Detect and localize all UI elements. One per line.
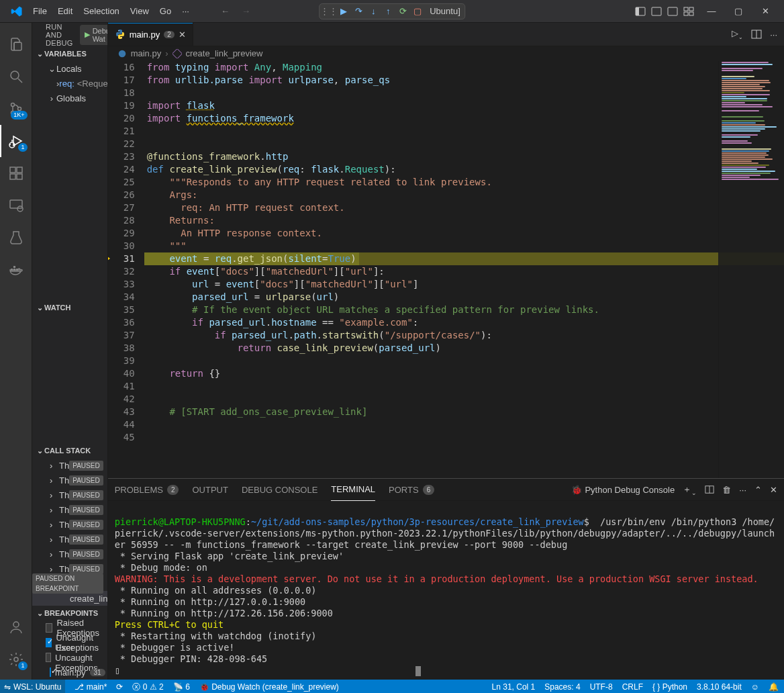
status-problems[interactable]: ⓧ 0 ⚠ 2 <box>132 682 163 693</box>
activity-remote-icon[interactable] <box>0 189 32 222</box>
activity-extensions-icon[interactable] <box>0 157 32 189</box>
checkbox[interactable] <box>46 653 51 662</box>
status-remote[interactable]: ⇋WSL: Ubuntu <box>0 680 65 693</box>
debug-continue-icon[interactable]: ▶ <box>338 6 349 17</box>
kill-terminal-icon[interactable]: 🗑 <box>722 485 731 495</box>
menu-view[interactable]: View <box>126 3 154 19</box>
window-controls: — ▢ ✕ <box>698 0 779 23</box>
debug-drag-icon[interactable]: ⋮⋮ <box>324 6 334 17</box>
status-spaces[interactable]: Spaces: 4 <box>544 682 580 692</box>
thread-row[interactable]: ›Thread-16PAUSED <box>32 547 107 561</box>
layout-panel-icon[interactable] <box>651 6 662 17</box>
panel-more-icon[interactable]: ··· <box>739 485 746 495</box>
section-variables[interactable]: ⌄VARIABLES <box>32 46 107 61</box>
breadcrumb-func[interactable]: create_link_preview <box>186 48 263 58</box>
tab-terminal[interactable]: TERMINAL <box>331 479 375 501</box>
checkbox[interactable] <box>46 623 52 633</box>
breadcrumb[interactable]: main.py › create_link_preview <box>108 46 784 61</box>
status-sync[interactable]: ⟳ <box>116 682 123 692</box>
chevron-right-icon: › <box>165 48 168 58</box>
activity-explorer-icon[interactable] <box>0 28 32 60</box>
thread-row[interactable]: ›Thread-12PAUSED <box>32 517 107 532</box>
tab-problems[interactable]: PROBLEMS2 <box>115 479 179 501</box>
checkbox[interactable] <box>50 667 51 677</box>
nav-forward-icon[interactable]: → <box>242 6 250 16</box>
window-close-icon[interactable]: ✕ <box>752 0 779 23</box>
activity-source-control-icon[interactable]: 1K+ <box>0 93 32 125</box>
debug-step-over-icon[interactable]: ↷ <box>353 6 364 17</box>
window-maximize-icon[interactable]: ▢ <box>725 0 752 23</box>
checkbox[interactable] <box>46 638 52 647</box>
debug-config-select[interactable]: ▶ Debug Wat ⌄ <box>80 25 108 45</box>
status-eol[interactable]: CRLF <box>622 682 643 692</box>
menu-go[interactable]: Go <box>155 3 176 19</box>
debug-step-into-icon[interactable]: ↓ <box>368 6 379 17</box>
activity-testing-icon[interactable] <box>0 222 32 254</box>
status-lncol[interactable]: Ln 31, Col 1 <box>492 682 536 692</box>
start-debug-icon[interactable]: ▶ <box>85 30 90 39</box>
panel-tabs: PROBLEMS2 OUTPUT DEBUG CONSOLE TERMINAL … <box>108 479 784 501</box>
debug-stop-icon[interactable]: ▢ <box>412 6 423 17</box>
split-editor-icon[interactable] <box>751 29 762 40</box>
thread-row[interactable]: ›Thread-11PAUSED <box>32 473 107 488</box>
status-language[interactable]: { } Python <box>652 682 687 692</box>
window-minimize-icon[interactable]: — <box>698 0 725 23</box>
thread-row[interactable]: ›Thread-8PAUSED <box>32 458 107 473</box>
nav-back-icon[interactable]: ← <box>221 6 230 16</box>
svg-rect-19 <box>10 167 15 173</box>
debug-toolbar[interactable]: ⋮⋮ ▶ ↷ ↓ ↑ ⟳ ▢ Ubuntu] <box>319 3 465 19</box>
menu-selection[interactable]: Selection <box>79 3 124 19</box>
layout-customize-icon[interactable] <box>683 6 694 17</box>
debug-restart-icon[interactable]: ⟳ <box>397 6 408 17</box>
close-tab-icon[interactable]: ✕ <box>179 30 186 40</box>
activity-settings-icon[interactable]: 1 <box>0 643 32 676</box>
tab-bar: main.py 2 ✕ ▷⌄ ··· <box>108 23 784 46</box>
tab-ports[interactable]: PORTS6 <box>389 479 434 501</box>
terminal-content[interactable]: pierrick@LAPTOP-HKU5PNNG:~/git/add-ons-s… <box>108 501 784 692</box>
variables-globals[interactable]: ›Globals <box>32 91 107 105</box>
activity-docker-icon[interactable] <box>0 254 32 286</box>
status-python[interactable]: 3.8.10 64-bit <box>697 682 742 692</box>
run-file-icon[interactable]: ▷⌄ <box>732 28 743 40</box>
minimap[interactable] <box>718 61 784 478</box>
menu-file[interactable]: File <box>28 3 52 19</box>
tab-debug-console[interactable]: DEBUG CONSOLE <box>242 479 317 501</box>
editor[interactable]: 1617181920212223242526272829303132333435… <box>108 61 784 478</box>
variables-locals[interactable]: ⌄Locals <box>32 61 107 76</box>
activity-search-icon[interactable] <box>0 60 32 93</box>
panel-close-icon[interactable]: ✕ <box>770 485 777 495</box>
status-ports[interactable]: 📡 6 <box>173 682 190 692</box>
section-watch[interactable]: ⌄WATCH <box>32 300 107 315</box>
tab-main-py[interactable]: main.py 2 ✕ <box>108 23 193 46</box>
activity-debug-icon[interactable]: 1 <box>0 125 32 157</box>
svg-point-14 <box>17 107 21 111</box>
section-callstack[interactable]: ⌄CALL STACK <box>32 443 107 458</box>
new-terminal-icon[interactable]: ＋⌄ <box>683 483 697 496</box>
menu-edit[interactable]: Edit <box>53 3 77 19</box>
tab-output[interactable]: OUTPUT <box>192 479 228 501</box>
bp-file[interactable]: main.py31 <box>32 665 107 680</box>
thread-row[interactable]: ›Thread-13PAUSED <box>32 502 107 517</box>
split-terminal-icon[interactable] <box>705 485 714 494</box>
layout-sidebar-left-icon[interactable] <box>635 6 646 17</box>
breadcrumb-file[interactable]: main.py <box>131 48 162 58</box>
svg-rect-21 <box>17 174 22 179</box>
debug-step-out-icon[interactable]: ↑ <box>383 6 393 17</box>
status-encoding[interactable]: UTF-8 <box>590 682 613 692</box>
layout-sidebar-right-icon[interactable] <box>667 6 678 17</box>
status-bell-icon[interactable]: 🔔 <box>769 682 779 692</box>
status-branch[interactable]: ⎇ main* <box>75 682 107 692</box>
status-debug[interactable]: 🐞 Debug Watch (create_link_preview) <box>199 682 339 692</box>
variable-req[interactable]: ›req:<Request 'http://charming-tro… <box>32 76 107 91</box>
bp-user-uncaught[interactable]: User Uncaught Exceptions <box>32 650 107 665</box>
thread-row[interactable]: ›Thread-10PAUSED <box>32 488 107 502</box>
editor-more-icon[interactable]: ··· <box>770 30 777 40</box>
editor-gutter[interactable]: 1617181920212223242526272829303132333435… <box>108 61 144 478</box>
editor-code[interactable]: from typing import Any, Mappingfrom urll… <box>144 61 784 478</box>
activity-account-icon[interactable] <box>0 611 32 643</box>
menu-more[interactable]: ··· <box>177 3 194 19</box>
thread-row[interactable]: ›Thread-17PAUSED <box>32 532 107 547</box>
panel-maximize-icon[interactable]: ⌃ <box>754 485 762 495</box>
status-feedback-icon[interactable]: ☺ <box>751 682 759 692</box>
thread-row[interactable]: ⌄Thread-18PAUSED ON BREAKPOINT <box>32 576 107 591</box>
